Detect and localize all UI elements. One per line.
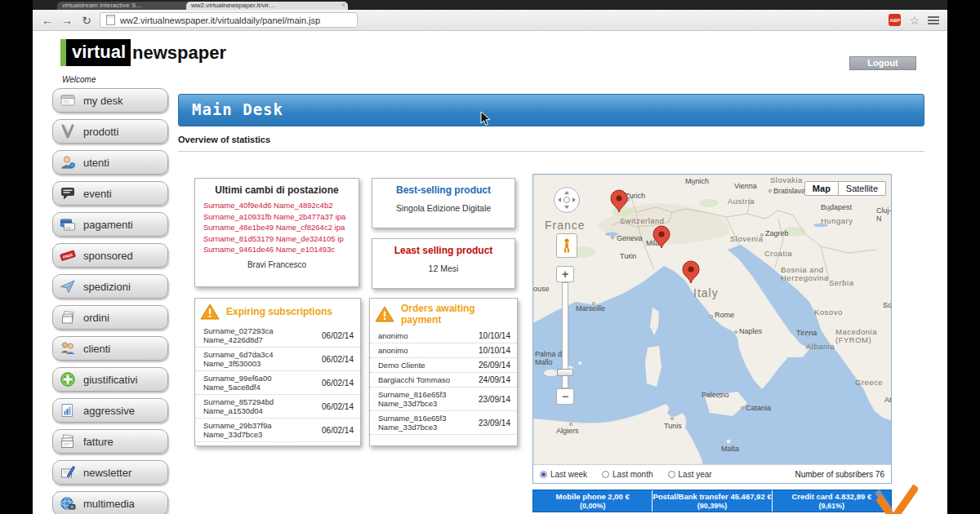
zoom-in-button[interactable]: + (556, 266, 574, 282)
awaiting-payment-row: Demo Cliente26/09/14 (370, 358, 517, 373)
row-date: 23/09/14 (479, 419, 510, 428)
sidebar-item-label: giustificativi (83, 374, 137, 386)
panel-title: Orders awaiting payment (401, 303, 512, 326)
zoom-out-button[interactable]: − (556, 388, 574, 405)
logout-button[interactable]: Logout (849, 56, 916, 70)
sidebar-item-aggressive[interactable]: aggressive (52, 398, 168, 423)
url-text: ww2.virtualnewspaper.it/virtualdaily/pan… (120, 16, 320, 25)
total-percent: (90,39%) (653, 502, 771, 510)
bookmark-star-icon[interactable]: ☆ (909, 15, 920, 26)
sidebar-item-label: multimedia (83, 498, 135, 510)
sidebar-item-ordini[interactable]: ordini (52, 305, 168, 330)
multimedia-icon (60, 495, 79, 512)
row-name: Surname_816e65f3 Name_33d7bce3 (378, 414, 473, 432)
sidebar-item-giustificativi[interactable]: giustificativi (52, 367, 168, 392)
forward-icon[interactable]: → (60, 14, 74, 27)
welcome-text: Welcome (62, 75, 96, 84)
browser-tab-1[interactable]: virtualdream interactive S… × (57, 2, 196, 10)
filter-last-week[interactable]: Last week (540, 470, 587, 479)
map[interactable]: FranceItalySwitzerlandAustriaSlovakiaHun… (533, 175, 891, 464)
sidebar-item-my-desk[interactable]: my desk (52, 88, 168, 113)
sidebar-item-spedizioni[interactable]: spedizioni (52, 274, 168, 299)
row-date: 06/02/14 (322, 379, 354, 388)
sidebar-item-label: pagamenti (83, 219, 133, 231)
row-date: 06/02/14 (322, 402, 354, 411)
shipping-icon (60, 278, 79, 295)
row-name: anonimo (378, 346, 473, 355)
radio-icon (668, 471, 675, 478)
total-label: Credit card 4.832,89 € (773, 492, 891, 501)
radio-icon (540, 471, 547, 478)
sidebar-item-clienti[interactable]: clienti (52, 336, 168, 361)
tab-strip: virtualdream interactive S… × ww2.virtua… (33, 0, 947, 10)
users-icon (60, 154, 79, 171)
row-date: 24/09/14 (479, 375, 510, 384)
awaiting-payment-row: anonimo10/10/14 (370, 329, 517, 343)
refresh-icon[interactable]: ↻ (80, 14, 93, 27)
logo-newspaper: newspaper (131, 42, 226, 64)
plus-icon (60, 371, 79, 388)
panel-title: Best-selling product (372, 179, 514, 200)
map-type-map-button[interactable]: Map (804, 181, 839, 196)
orders-icon (60, 309, 79, 326)
sidebar-item-label: eventi (83, 188, 112, 200)
back-icon[interactable]: ← (41, 14, 54, 27)
newsletter-icon (60, 464, 79, 481)
sidebar-item-multimedia[interactable]: multimedia (52, 491, 168, 514)
position-change-row: Surname_40f9e4d6 Name_4892c4b2 (195, 200, 359, 211)
position-change-row: Surname_48e1be49 Name_cf8264c2 ipa (195, 222, 359, 233)
panel-title: Ultimi cambi di postazione (195, 179, 359, 200)
tab-close-icon[interactable]: × (341, 2, 345, 9)
mouse-cursor (480, 111, 491, 130)
row-name: Surname_857294bd Name_a1530d04 (203, 397, 298, 415)
browser-toolbar: ← → ↻ ww2.virtualnewspaper.it/virtualdai… (33, 10, 947, 31)
page-content: virtual newspaper Welcome Logout my desk… (33, 31, 947, 514)
warning-icon (375, 305, 394, 323)
sidebar: my deskprodottiutentieventipagamentiFREE… (52, 88, 168, 514)
panel-title: Expiring subscriptions (226, 306, 332, 317)
awaiting-payment-row: Bargiacchi Tommaso24/09/14 (370, 373, 517, 388)
total-percent: (0,00%) (533, 502, 652, 510)
sidebar-item-eventi[interactable]: eventi (52, 181, 168, 206)
map-terrain (533, 175, 891, 464)
row-date: 10/10/14 (479, 346, 510, 355)
map-panel: FranceItalySwitzerlandAustriaSlovakiaHun… (532, 174, 892, 484)
filter-label: Last week (550, 470, 587, 479)
position-changes-panel: Ultimi cambi di postazione Surname_40f9e… (194, 178, 359, 287)
row-date: 06/02/14 (322, 331, 354, 340)
street-view-pegman[interactable] (556, 233, 577, 258)
map-pan-control[interactable] (553, 186, 581, 217)
row-name: Bargiacchi Tommaso (378, 375, 473, 384)
map-marker[interactable] (681, 260, 701, 286)
sidebar-item-prodotti[interactable]: prodotti (52, 119, 168, 144)
orders-awaiting-payment-panel: Orders awaiting payment anonimo10/10/14a… (369, 298, 518, 446)
panel-title: Least selling product (372, 239, 514, 260)
map-marker[interactable] (609, 189, 629, 215)
divider (178, 151, 924, 152)
sidebar-item-newsletter[interactable]: newsletter (52, 460, 168, 485)
payments-icon (60, 216, 79, 233)
clients-icon (60, 340, 79, 357)
sidebar-item-label: my desk (83, 95, 122, 107)
filter-last-month[interactable]: Last month (602, 470, 653, 479)
browser-menu-icon[interactable] (928, 16, 939, 24)
position-change-row: Surname_a10931fb Name_2b477a37 ipa (195, 211, 359, 223)
events-icon (60, 185, 79, 202)
sidebar-item-label: newsletter (83, 467, 131, 479)
logo-virtual: virtual (60, 39, 131, 66)
position-changes-footer: Bravi Francesco (195, 255, 359, 269)
warning-icon (200, 303, 220, 321)
adblock-extension-icon[interactable]: ABP (889, 14, 901, 26)
expiring-subscription-row: Surname_99ef6a00 Name_5ace8df406/02/14 (195, 371, 360, 395)
sidebar-item-utenti[interactable]: utenti (52, 150, 168, 175)
map-type-satellite-button[interactable]: Satellite (838, 181, 886, 196)
sidebar-item-fatture[interactable]: fatture (52, 429, 168, 454)
filter-last-year[interactable]: Last year (668, 470, 712, 479)
zoom-slider-handle[interactable] (557, 369, 573, 376)
browser-tab-2-active[interactable]: ww2.virtualnewspaper.it/vir… × (186, 2, 348, 10)
awaiting-payment-row: Surname_816e65f3 Name_33d7bce323/09/14 (370, 388, 517, 411)
map-marker[interactable] (652, 225, 671, 251)
sidebar-item-sponsored[interactable]: FREEsponsored (52, 243, 168, 268)
sidebar-item-pagamenti[interactable]: pagamenti (52, 212, 168, 237)
address-bar[interactable]: ww2.virtualnewspaper.it/virtualdaily/pan… (100, 12, 358, 28)
